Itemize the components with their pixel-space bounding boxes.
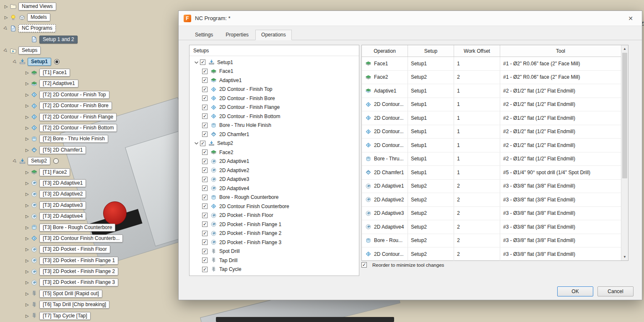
browser-item[interactable]: ▷[T3] 2D Contour Finish Counterb... [0,233,181,244]
browser-item[interactable]: ▷Named Views [0,1,181,12]
operation-tree-item[interactable]: ✓2D Pocket - Finish Flange 3 [192,238,359,247]
expand-arrow-icon[interactable]: ▷ [23,291,31,296]
table-row[interactable]: 2D Adaptive3Setup22#3 - Ø3/8" flat (3/8"… [362,207,621,221]
close-icon[interactable]: ✕ [624,15,637,22]
expand-arrow-icon[interactable]: ▷ [11,157,20,165]
table-row[interactable]: 2D Contour...Setup11#2 - Ø1/2" flat (1/2… [362,98,621,112]
expand-arrow-icon[interactable]: ▷ [23,225,31,230]
expand-arrow-icon[interactable]: ▷ [3,4,10,9]
checkbox[interactable]: ✓ [202,185,208,191]
table-row[interactable]: 2D Contour...Setup11#2 - Ø1/2" flat (1/2… [362,125,621,139]
expand-arrow-icon[interactable]: ▷ [2,46,10,55]
expand-arrow-icon[interactable]: ▷ [23,103,31,108]
operation-tree-item[interactable]: ✓Face1 [192,67,359,76]
checkbox[interactable]: ✓ [202,159,208,164]
expand-arrow-icon[interactable]: ▷ [23,214,31,219]
table-row[interactable]: 2D Adaptive4Setup22#3 - Ø3/8" flat (3/8"… [362,220,621,234]
browser-item[interactable]: ▷[T6] Tap Drill [Chip breaking] [0,299,181,310]
dialog-titlebar[interactable]: F NC Program: * ✕ [179,11,642,26]
operation-tree-item[interactable]: ✓Bore - Thru Hole Finish [192,121,359,130]
browser-item[interactable]: ▷Setups [0,45,181,56]
cancel-button[interactable]: Cancel [597,286,634,296]
table-row[interactable]: Bore - Thru...Setup11#2 - Ø1/2" flat (1/… [362,152,621,166]
operation-tree-item[interactable]: ✓2D Pocket - Finish Flange 1 [192,220,359,229]
checkbox[interactable]: ✓ [200,59,205,65]
checkbox[interactable]: ✓ [202,195,208,200]
operation-tree-item[interactable]: ✓Spot Drill [192,247,359,256]
operation-tree-item[interactable]: ✓2D Contour - Finish Bottom [192,112,359,121]
operation-tree-item[interactable]: ✓Setup2 [192,139,359,148]
timeline-strip[interactable] [216,317,394,322]
browser-item[interactable]: ▷[T3] Bore - Rough Counterbore [0,222,181,233]
checkbox[interactable]: ✓ [202,249,208,254]
table-row[interactable]: 2D Contour...Setup11#2 - Ø1/2" flat (1/2… [362,111,621,125]
checkbox[interactable]: ✓ [202,87,208,92]
column-header-operation[interactable]: Operation [362,45,408,57]
browser-item[interactable]: ▷[T3] 2D Pocket - Finish Flange 3 [0,277,181,288]
browser-item[interactable]: ▷[T7] Tap Cycle [Tap] [0,310,181,321]
operation-tree-item[interactable]: ✓Bore - Rough Counterbore [192,193,359,202]
browser-item[interactable]: ▷[T2] 2D Contour - Finish Top [0,89,181,100]
expand-arrow-icon[interactable]: ▷ [23,126,31,130]
tab-operations[interactable]: Operations [255,30,292,40]
checkbox[interactable]: ✓ [202,149,208,155]
table-row[interactable]: 2D Contour...Setup22#3 - Ø3/8" flat (3/8… [362,247,621,261]
browser-item[interactable]: ▷[T3] 2D Adaptive2 [0,189,181,200]
column-header-setup[interactable]: Setup [408,45,454,57]
operation-tree-item[interactable]: ✓2D Contour Finish Counterbore [192,202,359,211]
browser-item[interactable]: ▷Models [0,12,181,23]
browser-item[interactable]: ▷[T2] Bore - Thru Hole Finish [0,134,181,144]
operation-tree-item[interactable]: ✓2D Contour - Finish Flange [192,103,359,112]
operation-tree-item[interactable]: ✓Setup1 [192,58,359,67]
expand-arrow-icon[interactable]: ▷ [3,15,10,20]
browser-item[interactable]: ▷Setup1 [0,56,181,67]
expand-arrow-icon[interactable]: ▷ [23,192,31,196]
expand-arrow-icon[interactable]: ▷ [23,170,31,175]
browser-item[interactable]: ▷[T1] Face2 [0,167,181,178]
operation-tree-item[interactable]: ✓2D Pocket - Finish Floor [192,211,359,220]
operation-tree-item[interactable]: ✓Face2 [192,148,359,157]
operation-tree-item[interactable]: ✓2D Chamfer1 [192,130,359,139]
expand-arrow-icon[interactable]: ▷ [23,115,31,119]
scrollbar-thumb[interactable] [622,53,627,178]
tab-settings[interactable]: Settings [189,30,219,40]
table-row[interactable]: Adaptive1Setup11#2 - Ø1/2" flat (1/2" Fl… [362,84,621,98]
operation-tree-item[interactable]: ✓Tap Cycle [192,265,359,274]
ok-button[interactable]: OK [557,286,593,296]
operation-tree-item[interactable]: ✓2D Adaptive3 [192,175,359,184]
browser-item[interactable]: ▷[T2] 2D Contour - Finish Flange [0,111,181,122]
checkbox[interactable]: ✓ [200,141,205,146]
operation-tree-item[interactable]: ✓2D Contour - Finish Bore [192,94,359,103]
expand-arrow-icon[interactable]: ▷ [23,314,31,318]
expand-arrow-icon[interactable]: ▷ [23,203,31,208]
chevron-down-icon[interactable] [193,59,200,65]
table-row[interactable]: 2D Adaptive2Setup22#3 - Ø3/8" flat (3/8"… [362,193,621,207]
expand-arrow-icon[interactable]: ▷ [23,148,31,152]
scroll-up-icon[interactable]: ▲ [621,45,628,52]
table-scrollbar[interactable]: ▲ ▼ [621,45,628,260]
browser-item[interactable]: ▷[T1] Face1 [0,67,181,78]
column-header-work-offset[interactable]: Work Offset [454,45,500,57]
checkbox[interactable]: ✓ [202,77,208,83]
checkbox[interactable]: ✓ [202,177,208,182]
operation-tree-item[interactable]: ✓2D Adaptive4 [192,184,359,193]
checkbox[interactable]: ✓ [202,204,208,209]
browser-item[interactable]: ▷[T3] 2D Pocket - Finish Flange 2 [0,266,181,277]
operation-tree-item[interactable]: ✓2D Adaptive2 [192,166,359,175]
browser-item[interactable]: ▷[T3] 2D Adaptive3 [0,200,181,211]
expand-arrow-icon[interactable]: ▷ [23,302,31,307]
chevron-down-icon[interactable] [193,140,200,146]
browser-item[interactable]: ▷NC Programs [0,23,181,34]
expand-arrow-icon[interactable]: ▷ [23,93,31,97]
setup-active-radio[interactable] [54,59,60,64]
checkbox[interactable]: ✓ [202,95,208,101]
browser-item[interactable]: ▷[T3] 2D Adaptive4 [0,211,181,222]
browser-item[interactable]: Setup 1 and 2 [0,34,181,45]
browser-item[interactable]: ▷[T2] 2D Contour - Finish Bore [0,100,181,111]
table-row[interactable]: Bore - Rou...Setup22#3 - Ø3/8" flat (3/8… [362,234,621,248]
browser-item[interactable]: ▷[T2] 2D Contour - Finish Bottom [0,122,181,133]
expand-arrow-icon[interactable]: ▷ [23,258,31,263]
setup-active-radio[interactable] [53,158,59,164]
table-row[interactable]: Face1Setup11#1 - Ø2" R0.06" face (2" Fac… [362,57,621,71]
operation-tree-item[interactable]: ✓2D Adaptive1 [192,157,359,166]
